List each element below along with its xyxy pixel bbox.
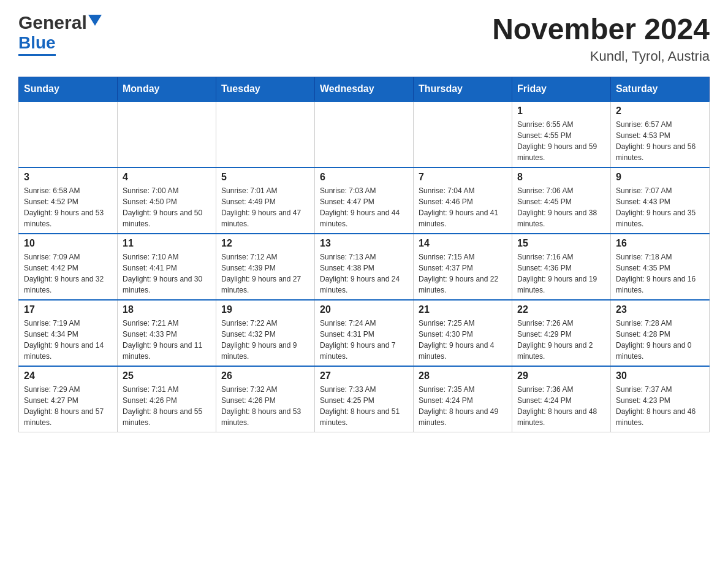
table-row: 5Sunrise: 7:01 AM Sunset: 4:49 PM Daylig… — [216, 167, 315, 234]
day-number: 19 — [221, 304, 309, 315]
header-tuesday: Tuesday — [216, 77, 315, 102]
table-row: 30Sunrise: 7:37 AM Sunset: 4:23 PM Dayli… — [611, 366, 710, 432]
day-number: 14 — [419, 238, 507, 249]
day-number: 2 — [616, 105, 704, 117]
day-number: 18 — [123, 304, 211, 315]
day-info: Sunrise: 7:35 AM Sunset: 4:24 PM Dayligh… — [419, 384, 507, 428]
header-wednesday: Wednesday — [315, 77, 414, 102]
header-monday: Monday — [118, 77, 216, 102]
day-number: 27 — [320, 370, 408, 381]
day-number: 10 — [24, 238, 112, 249]
table-row: 13Sunrise: 7:13 AM Sunset: 4:38 PM Dayli… — [315, 234, 414, 300]
day-number: 21 — [419, 304, 507, 315]
table-row: 21Sunrise: 7:25 AM Sunset: 4:30 PM Dayli… — [414, 300, 512, 366]
day-number: 1 — [517, 105, 605, 117]
table-row: 29Sunrise: 7:36 AM Sunset: 4:24 PM Dayli… — [512, 366, 611, 432]
table-row: 4Sunrise: 7:00 AM Sunset: 4:50 PM Daylig… — [118, 167, 216, 234]
calendar-title: November 2024 — [492, 12, 710, 46]
table-row — [19, 101, 118, 167]
day-number: 13 — [320, 238, 408, 249]
table-row: 16Sunrise: 7:18 AM Sunset: 4:35 PM Dayli… — [611, 234, 710, 300]
day-info: Sunrise: 7:06 AM Sunset: 4:45 PM Dayligh… — [517, 185, 605, 229]
day-info: Sunrise: 6:58 AM Sunset: 4:52 PM Dayligh… — [24, 185, 112, 229]
table-row: 25Sunrise: 7:31 AM Sunset: 4:26 PM Dayli… — [118, 366, 216, 432]
day-number: 29 — [517, 370, 605, 381]
day-number: 20 — [320, 304, 408, 315]
calendar-table: Sunday Monday Tuesday Wednesday Thursday… — [18, 77, 710, 432]
day-number: 17 — [24, 304, 112, 315]
day-number: 4 — [123, 172, 211, 183]
day-info: Sunrise: 7:12 AM Sunset: 4:39 PM Dayligh… — [221, 251, 309, 296]
header-saturday: Saturday — [611, 77, 710, 102]
day-info: Sunrise: 7:18 AM Sunset: 4:35 PM Dayligh… — [616, 251, 704, 296]
day-info: Sunrise: 7:09 AM Sunset: 4:42 PM Dayligh… — [24, 251, 112, 296]
table-row: 27Sunrise: 7:33 AM Sunset: 4:25 PM Dayli… — [315, 366, 414, 432]
table-row: 26Sunrise: 7:32 AM Sunset: 4:26 PM Dayli… — [216, 366, 315, 432]
day-info: Sunrise: 7:29 AM Sunset: 4:27 PM Dayligh… — [24, 384, 112, 428]
table-row — [118, 101, 216, 167]
table-row: 12Sunrise: 7:12 AM Sunset: 4:39 PM Dayli… — [216, 234, 315, 300]
table-row: 6Sunrise: 7:03 AM Sunset: 4:47 PM Daylig… — [315, 167, 414, 234]
table-row: 20Sunrise: 7:24 AM Sunset: 4:31 PM Dayli… — [315, 300, 414, 366]
header-thursday: Thursday — [414, 77, 512, 102]
day-info: Sunrise: 7:22 AM Sunset: 4:32 PM Dayligh… — [221, 318, 309, 362]
day-number: 22 — [517, 304, 605, 315]
day-info: Sunrise: 6:57 AM Sunset: 4:53 PM Dayligh… — [616, 119, 704, 163]
day-info: Sunrise: 7:03 AM Sunset: 4:47 PM Dayligh… — [320, 185, 408, 229]
day-number: 30 — [616, 370, 704, 381]
day-info: Sunrise: 7:33 AM Sunset: 4:25 PM Dayligh… — [320, 384, 408, 428]
day-info: Sunrise: 7:00 AM Sunset: 4:50 PM Dayligh… — [123, 185, 211, 229]
header: General Blue November 2024 Kundl, Tyrol,… — [18, 12, 710, 64]
table-row: 15Sunrise: 7:16 AM Sunset: 4:36 PM Dayli… — [512, 234, 611, 300]
day-info: Sunrise: 7:37 AM Sunset: 4:23 PM Dayligh… — [616, 384, 704, 428]
svg-marker-0 — [88, 15, 102, 26]
header-friday: Friday — [512, 77, 611, 102]
day-number: 23 — [616, 304, 704, 315]
logo-general-text: General — [18, 12, 87, 33]
title-area: November 2024 Kundl, Tyrol, Austria — [492, 12, 710, 64]
table-row: 9Sunrise: 7:07 AM Sunset: 4:43 PM Daylig… — [611, 167, 710, 234]
day-info: Sunrise: 7:04 AM Sunset: 4:46 PM Dayligh… — [419, 185, 507, 229]
table-row: 14Sunrise: 7:15 AM Sunset: 4:37 PM Dayli… — [414, 234, 512, 300]
table-row: 24Sunrise: 7:29 AM Sunset: 4:27 PM Dayli… — [19, 366, 118, 432]
day-info: Sunrise: 7:16 AM Sunset: 4:36 PM Dayligh… — [517, 251, 605, 296]
table-row: 19Sunrise: 7:22 AM Sunset: 4:32 PM Dayli… — [216, 300, 315, 366]
table-row: 17Sunrise: 7:19 AM Sunset: 4:34 PM Dayli… — [19, 300, 118, 366]
calendar-body: 1Sunrise: 6:55 AM Sunset: 4:55 PM Daylig… — [19, 101, 710, 432]
table-row: 2Sunrise: 6:57 AM Sunset: 4:53 PM Daylig… — [611, 101, 710, 167]
table-row: 10Sunrise: 7:09 AM Sunset: 4:42 PM Dayli… — [19, 234, 118, 300]
table-row: 23Sunrise: 7:28 AM Sunset: 4:28 PM Dayli… — [611, 300, 710, 366]
logo-blue-text: Blue — [18, 33, 56, 56]
location-subtitle: Kundl, Tyrol, Austria — [492, 48, 710, 64]
day-info: Sunrise: 7:10 AM Sunset: 4:41 PM Dayligh… — [123, 251, 211, 296]
table-row: 11Sunrise: 7:10 AM Sunset: 4:41 PM Dayli… — [118, 234, 216, 300]
header-sunday: Sunday — [19, 77, 118, 102]
day-info: Sunrise: 7:21 AM Sunset: 4:33 PM Dayligh… — [123, 318, 211, 362]
table-row: 3Sunrise: 6:58 AM Sunset: 4:52 PM Daylig… — [19, 167, 118, 234]
table-row: 22Sunrise: 7:26 AM Sunset: 4:29 PM Dayli… — [512, 300, 611, 366]
day-number: 3 — [24, 172, 112, 183]
day-info: Sunrise: 7:01 AM Sunset: 4:49 PM Dayligh… — [221, 185, 309, 229]
logo-triangle-icon — [88, 15, 102, 28]
calendar-header: Sunday Monday Tuesday Wednesday Thursday… — [19, 77, 710, 102]
day-number: 9 — [616, 172, 704, 183]
day-number: 15 — [517, 238, 605, 249]
table-row — [315, 101, 414, 167]
day-info: Sunrise: 7:36 AM Sunset: 4:24 PM Dayligh… — [517, 384, 605, 428]
day-number: 7 — [419, 172, 507, 183]
day-info: Sunrise: 7:26 AM Sunset: 4:29 PM Dayligh… — [517, 318, 605, 362]
day-number: 8 — [517, 172, 605, 183]
day-info: Sunrise: 7:32 AM Sunset: 4:26 PM Dayligh… — [221, 384, 309, 428]
day-number: 28 — [419, 370, 507, 381]
day-number: 6 — [320, 172, 408, 183]
day-info: Sunrise: 7:13 AM Sunset: 4:38 PM Dayligh… — [320, 251, 408, 296]
day-number: 5 — [221, 172, 309, 183]
day-info: Sunrise: 7:24 AM Sunset: 4:31 PM Dayligh… — [320, 318, 408, 362]
day-number: 26 — [221, 370, 309, 381]
day-info: Sunrise: 7:28 AM Sunset: 4:28 PM Dayligh… — [616, 318, 704, 362]
day-info: Sunrise: 7:25 AM Sunset: 4:30 PM Dayligh… — [419, 318, 507, 362]
day-number: 25 — [123, 370, 211, 381]
day-info: Sunrise: 7:15 AM Sunset: 4:37 PM Dayligh… — [419, 251, 507, 296]
day-info: Sunrise: 7:07 AM Sunset: 4:43 PM Dayligh… — [616, 185, 704, 229]
day-number: 16 — [616, 238, 704, 249]
